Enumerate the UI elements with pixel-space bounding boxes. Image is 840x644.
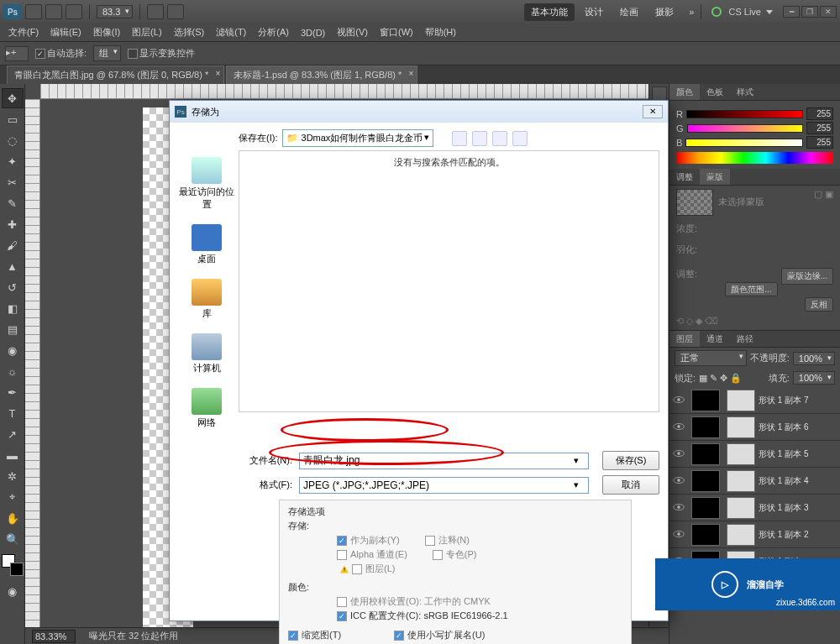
stamp-tool[interactable]: ▲: [2, 256, 24, 276]
color-swatches[interactable]: [2, 554, 24, 576]
type-tool[interactable]: T: [2, 403, 24, 423]
menu-analysis[interactable]: 分析(A): [253, 24, 294, 41]
r-slider[interactable]: [686, 110, 803, 118]
zoom-input[interactable]: [32, 630, 76, 643]
dialog-close-button[interactable]: ✕: [643, 105, 663, 118]
layer-row[interactable]: 形状 1 副本 3: [669, 495, 840, 521]
up-icon[interactable]: [472, 131, 487, 146]
place-recent[interactable]: 最近访问的位置: [178, 157, 235, 211]
history-brush-tool[interactable]: ↺: [2, 277, 24, 297]
save-button[interactable]: 保存(S): [602, 451, 659, 470]
close-icon[interactable]: ×: [215, 69, 220, 78]
menu-help[interactable]: 帮助(H): [420, 24, 461, 41]
icc-checkbox[interactable]: [337, 611, 347, 621]
menu-3d[interactable]: 3D(D): [296, 25, 330, 40]
document-tab[interactable]: 青眼白龙黑白图.jpg @ 67.8% (图层 0, RGB/8) *×: [7, 65, 224, 84]
visibility-icon[interactable]: [669, 395, 688, 406]
visibility-icon[interactable]: [669, 422, 688, 432]
workspace-tab-paint[interactable]: 绘画: [613, 3, 645, 21]
hand-icon[interactable]: [147, 4, 164, 19]
visibility-icon[interactable]: [669, 530, 688, 540]
window-restore[interactable]: ❐: [801, 6, 818, 18]
ruler-horizontal[interactable]: [40, 84, 648, 99]
eraser-tool[interactable]: ◧: [2, 298, 24, 318]
path-tool[interactable]: ↗: [2, 424, 24, 444]
lc-ext-checkbox[interactable]: [394, 631, 404, 641]
lasso-tool[interactable]: ◌: [2, 130, 24, 150]
color-range-button[interactable]: 颜色范围...: [725, 282, 777, 296]
fill-value[interactable]: 100%: [793, 371, 835, 385]
place-libraries[interactable]: 库: [178, 279, 235, 320]
mask-edge-button[interactable]: 蒙版边缘...: [781, 268, 833, 285]
layer-row[interactable]: 形状 1 副本 4: [669, 468, 840, 495]
gradient-tool[interactable]: ▤: [2, 319, 24, 339]
tab-channels[interactable]: 通道: [700, 331, 730, 347]
back-icon[interactable]: [452, 131, 467, 146]
window-close[interactable]: ✕: [820, 6, 837, 18]
workspace-tab-design[interactable]: 设计: [578, 3, 610, 21]
menu-edit[interactable]: 编辑(E): [45, 24, 87, 41]
blend-mode-select[interactable]: 正常: [675, 350, 747, 366]
tab-styles[interactable]: 样式: [730, 84, 760, 100]
tab-adjust[interactable]: 调整: [669, 169, 700, 185]
layer-row[interactable]: 形状 1 副本 5: [669, 441, 840, 468]
layer-row[interactable]: 形状 1 副本 6: [669, 414, 840, 441]
layer-name[interactable]: 形状 1 副本 6: [759, 421, 840, 433]
menu-file[interactable]: 文件(F): [3, 24, 44, 41]
invert-button[interactable]: 反相: [805, 297, 833, 312]
shape-tool[interactable]: ▬: [2, 445, 24, 465]
place-computer[interactable]: 计算机: [178, 333, 235, 374]
visibility-icon[interactable]: [669, 476, 688, 486]
folder-select[interactable]: 📁 3Dmax如何制作青眼白龙金币 ▾: [282, 129, 433, 147]
r-value[interactable]: [806, 107, 833, 120]
crop-tool[interactable]: ✂: [2, 172, 24, 192]
b-slider[interactable]: [685, 139, 803, 147]
menu-view[interactable]: 视图(V): [332, 24, 373, 41]
menu-image[interactable]: 图像(I): [88, 24, 125, 41]
g-slider[interactable]: [687, 124, 803, 133]
layer-name[interactable]: 形状 1 副本 5: [759, 448, 840, 460]
place-network[interactable]: 网络: [178, 388, 235, 429]
close-icon[interactable]: ×: [408, 69, 413, 78]
move-tool[interactable]: ✥: [2, 88, 24, 108]
heal-tool[interactable]: ✚: [2, 214, 24, 234]
file-list[interactable]: 没有与搜索条件匹配的项。: [239, 150, 659, 412]
tab-color[interactable]: 颜色: [669, 84, 700, 100]
screen-mode-icon[interactable]: [66, 4, 82, 19]
pen-tool[interactable]: ✒: [2, 382, 24, 402]
tab-layers[interactable]: 图层: [669, 331, 700, 347]
layer-name[interactable]: 形状 1 副本 7: [759, 395, 840, 406]
layer-row[interactable]: 形状 1 副本 7: [669, 387, 840, 414]
dialog-titlebar[interactable]: Ps 存储为 ✕: [170, 101, 668, 123]
tab-paths[interactable]: 路径: [730, 331, 760, 347]
menu-select[interactable]: 选择(S): [169, 24, 210, 41]
zoom-select[interactable]: 83.3: [97, 5, 133, 18]
layer-name[interactable]: 形状 1 副本 3: [759, 502, 840, 514]
3d-tool[interactable]: ✲: [2, 466, 24, 486]
auto-select-checkbox[interactable]: [35, 49, 45, 59]
as-copy-checkbox[interactable]: [337, 536, 347, 546]
thumb-checkbox[interactable]: [288, 631, 298, 641]
workspace-tab-essentials[interactable]: 基本功能: [524, 3, 575, 21]
document-tab-active[interactable]: 未标题-1.psd @ 83.3% (图层 1, RGB/8) *×: [226, 65, 417, 84]
show-transform-checkbox[interactable]: [128, 49, 138, 59]
cslive-label[interactable]: CS Live: [728, 7, 761, 17]
workspace-tab-photo[interactable]: 摄影: [648, 3, 680, 21]
wand-tool[interactable]: ✦: [2, 151, 24, 171]
auto-select-mode[interactable]: 组: [93, 45, 121, 61]
marquee-tool[interactable]: ▭: [2, 109, 24, 129]
cslive-icon[interactable]: [711, 7, 722, 17]
hand-tool[interactable]: ✋: [2, 508, 24, 528]
b-value[interactable]: [806, 136, 833, 149]
eyedropper-tool[interactable]: ✎: [2, 193, 24, 213]
menu-window[interactable]: 窗口(W): [375, 24, 418, 41]
views-icon[interactable]: [512, 131, 528, 146]
ruler-vertical[interactable]: [25, 99, 40, 644]
dodge-tool[interactable]: ☼: [2, 361, 24, 381]
menu-layer[interactable]: 图层(L): [127, 24, 166, 41]
layer-row[interactable]: 形状 1 副本 2: [669, 521, 840, 548]
newfolder-icon[interactable]: [492, 131, 507, 146]
format-select[interactable]: [299, 477, 589, 494]
minibridge-icon[interactable]: [45, 4, 62, 19]
hue-ramp[interactable]: [676, 152, 833, 164]
